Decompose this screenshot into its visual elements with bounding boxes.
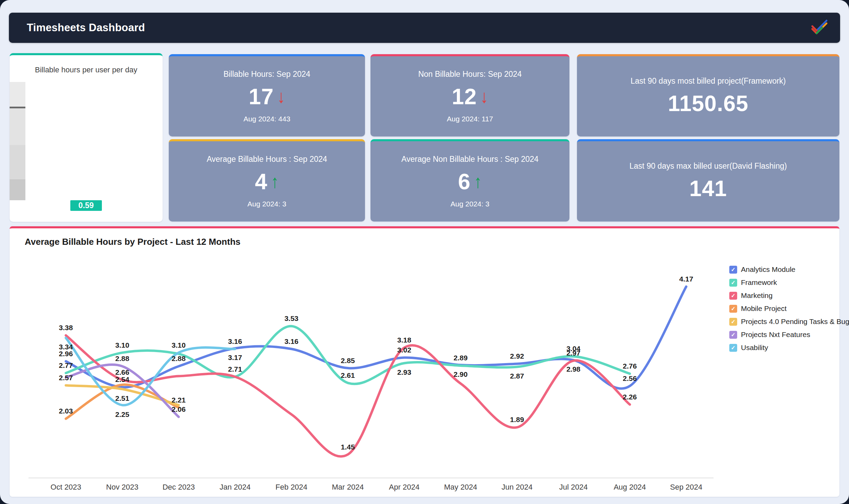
kpi-card-most-billed-project: Last 90 days most billed project(Framewo… bbox=[577, 54, 839, 136]
data-label: 2.61 bbox=[341, 371, 355, 379]
data-label: 2.92 bbox=[510, 352, 524, 360]
data-label: 3.17 bbox=[228, 353, 242, 361]
kpi-title: Average Non Billable Hours : Sep 2024 bbox=[401, 155, 539, 164]
data-label: 3.10 bbox=[172, 341, 186, 349]
data-label: 4.17 bbox=[679, 275, 693, 283]
kpi-subtitle: Aug 2024: 3 bbox=[247, 200, 286, 208]
data-label: 2.89 bbox=[453, 354, 468, 362]
legend-item-framework[interactable]: ✓Framework bbox=[729, 278, 849, 287]
data-label: 2.51 bbox=[115, 394, 129, 402]
data-label: 2.88 bbox=[172, 355, 186, 362]
legend-item-mobile-project[interactable]: ✓Mobile Project bbox=[729, 304, 849, 313]
data-label: 2.88 bbox=[115, 355, 129, 362]
kpi-subtitle: Aug 2024: 3 bbox=[450, 200, 489, 208]
kpi-value: 17 bbox=[249, 84, 274, 109]
kpi-title: Average Billable Hours : Sep 2024 bbox=[207, 155, 327, 164]
data-label: 2.25 bbox=[115, 410, 129, 418]
data-label: 2.90 bbox=[453, 370, 468, 378]
legend-label: Projects Nxt Features bbox=[741, 331, 810, 339]
kpi-value: 4 bbox=[255, 169, 268, 194]
gauge-segment bbox=[10, 108, 25, 145]
legend-label: Framework bbox=[741, 278, 777, 287]
x-axis-label: Aug 2024 bbox=[614, 483, 646, 491]
legend-checkbox-icon[interactable]: ✓ bbox=[729, 266, 737, 274]
kpi-value: 1150.65 bbox=[668, 91, 748, 116]
legend-label: Projects 4.0 Pending Tasks & Bugs bbox=[741, 317, 849, 326]
data-label: 3.34 bbox=[59, 343, 73, 351]
legend-checkbox-icon[interactable]: ✓ bbox=[729, 292, 737, 300]
kpi-title: Non Billable Hours: Sep 2024 bbox=[418, 70, 522, 79]
page-title: Timesheets Dashboard bbox=[27, 22, 145, 34]
kpi-title: Last 90 days most billed project(Framewo… bbox=[630, 76, 786, 86]
legend-item-marketing[interactable]: ✓Marketing bbox=[729, 291, 849, 300]
x-axis-label: Apr 2024 bbox=[389, 483, 420, 491]
legend-label: Mobile Project bbox=[741, 304, 787, 313]
data-label: 2.54 bbox=[115, 375, 129, 383]
trend-up-icon: ↑ bbox=[474, 172, 482, 191]
data-label: 2.03 bbox=[59, 407, 73, 415]
legend-checkbox-icon[interactable]: ✓ bbox=[729, 279, 737, 287]
kpi-card-non-billable-hours: Non Billable Hours: Sep 2024 12 ↓ Aug 20… bbox=[370, 54, 569, 136]
data-label: 2.26 bbox=[623, 393, 637, 401]
data-label: 2.56 bbox=[623, 374, 637, 382]
kpi-subtitle: Aug 2024: 117 bbox=[447, 115, 493, 123]
zoho-double-checkmark-logo-icon bbox=[809, 19, 828, 36]
data-label: 2.21 bbox=[172, 396, 186, 404]
data-label: 3.53 bbox=[284, 314, 298, 322]
legend-item-usability[interactable]: ✓Usability bbox=[729, 344, 849, 352]
legend-checkbox-icon[interactable]: ✓ bbox=[729, 331, 737, 339]
x-axis-label: Jul 2024 bbox=[559, 483, 588, 491]
data-label: 2.77 bbox=[59, 361, 73, 369]
data-label: 2.85 bbox=[341, 357, 355, 364]
data-label: 2.66 bbox=[115, 368, 129, 376]
data-label: 3.16 bbox=[284, 337, 298, 345]
x-axis-label: Feb 2024 bbox=[275, 483, 307, 491]
kpi-card-max-billed-user: Last 90 days max billed user(David Flash… bbox=[577, 139, 839, 221]
data-label: 3.16 bbox=[228, 337, 242, 345]
legend-checkbox-icon[interactable]: ✓ bbox=[729, 344, 737, 352]
chart-panel: Average Billable Hours by Project - Last… bbox=[10, 226, 839, 497]
legend-label: Usability bbox=[741, 344, 768, 352]
gauge-title: Billable hours per user per day bbox=[10, 65, 163, 74]
x-axis-label: Jan 2024 bbox=[220, 483, 251, 491]
x-axis-label: Mar 2024 bbox=[332, 483, 364, 491]
gauge-segment bbox=[10, 82, 25, 107]
x-axis-label: Sep 2024 bbox=[670, 483, 702, 491]
trend-down-icon: ↓ bbox=[277, 87, 285, 106]
kpi-value: 141 bbox=[689, 176, 727, 201]
kpi-card-average-non-billable-hours: Average Non Billable Hours : Sep 2024 6 … bbox=[370, 139, 569, 221]
gauge-segment bbox=[10, 145, 25, 179]
legend-item-projects-nxt-features[interactable]: ✓Projects Nxt Features bbox=[729, 331, 849, 339]
chart-legend: ✓Analytics Module✓Framework✓Marketing✓Mo… bbox=[729, 265, 849, 352]
legend-checkbox-icon[interactable]: ✓ bbox=[729, 318, 737, 326]
kpi-subtitle: Aug 2024: 443 bbox=[244, 115, 291, 123]
data-label: 1.45 bbox=[341, 443, 355, 451]
kpi-value: 6 bbox=[458, 169, 471, 194]
x-axis-label: Nov 2023 bbox=[106, 483, 138, 491]
x-axis-label: Jun 2024 bbox=[502, 483, 533, 491]
x-axis-label: May 2024 bbox=[444, 483, 477, 491]
line-chart: Oct 2023Nov 2023Dec 2023Jan 2024Feb 2024… bbox=[10, 228, 839, 497]
data-label: 2.93 bbox=[397, 368, 411, 376]
header-bar: Timesheets Dashboard bbox=[9, 13, 840, 43]
data-label: 3.18 bbox=[397, 336, 411, 344]
x-axis-label: Dec 2023 bbox=[163, 483, 195, 491]
data-label: 3.10 bbox=[115, 341, 129, 349]
kpi-value: 12 bbox=[452, 84, 477, 109]
x-axis-label: Oct 2023 bbox=[50, 483, 81, 491]
legend-label: Marketing bbox=[741, 291, 773, 300]
data-label: 3.38 bbox=[59, 324, 73, 332]
kpi-title: Last 90 days max billed user(David Flash… bbox=[629, 161, 787, 171]
gauge-target-line bbox=[10, 107, 25, 108]
kpi-title: Billable Hours: Sep 2024 bbox=[223, 70, 310, 79]
gauge-segment bbox=[10, 179, 25, 200]
data-label: 2.98 bbox=[566, 365, 580, 373]
legend-item-projects-4-0-pending-tasks-bugs[interactable]: ✓Projects 4.0 Pending Tasks & Bugs bbox=[729, 317, 849, 326]
data-label: 2.87 bbox=[510, 372, 524, 380]
data-label: 2.06 bbox=[172, 405, 186, 413]
data-label: 2.57 bbox=[59, 374, 73, 382]
legend-checkbox-icon[interactable]: ✓ bbox=[729, 305, 737, 313]
legend-item-analytics-module[interactable]: ✓Analytics Module bbox=[729, 265, 849, 274]
data-label: 2.71 bbox=[228, 365, 242, 373]
data-label: 2.76 bbox=[623, 362, 637, 370]
